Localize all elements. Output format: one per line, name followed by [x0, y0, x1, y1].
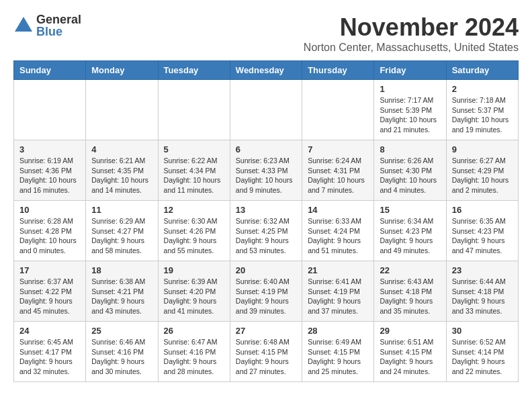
- day-number: 12: [164, 205, 224, 215]
- header: General Blue November 2024 Norton Center…: [13, 13, 519, 54]
- calendar-cell: 2Sunrise: 7:18 AM Sunset: 5:37 PM Daylig…: [446, 80, 518, 140]
- day-number: 4: [91, 144, 152, 154]
- day-number: 13: [236, 205, 296, 215]
- weekday-header-cell: Thursday: [302, 61, 374, 80]
- day-info: Sunrise: 6:41 AM Sunset: 4:19 PM Dayligh…: [308, 277, 368, 316]
- day-info: Sunrise: 6:38 AM Sunset: 4:21 PM Dayligh…: [91, 277, 152, 316]
- weekday-header-row: SundayMondayTuesdayWednesdayThursdayFrid…: [14, 61, 519, 80]
- calendar-cell: 11Sunrise: 6:29 AM Sunset: 4:27 PM Dayli…: [86, 201, 158, 261]
- calendar-cell: 15Sunrise: 6:34 AM Sunset: 4:23 PM Dayli…: [374, 201, 446, 261]
- calendar-cell: 23Sunrise: 6:44 AM Sunset: 4:18 PM Dayli…: [446, 261, 518, 322]
- calendar-body: 1Sunrise: 7:17 AM Sunset: 5:39 PM Daylig…: [14, 80, 519, 382]
- day-number: 21: [308, 265, 368, 275]
- logo-text: General Blue: [36, 13, 81, 38]
- calendar-cell: [158, 80, 230, 140]
- calendar-cell: 21Sunrise: 6:41 AM Sunset: 4:19 PM Dayli…: [302, 261, 374, 322]
- calendar-cell: 6Sunrise: 6:23 AM Sunset: 4:33 PM Daylig…: [230, 140, 302, 201]
- calendar-cell: 30Sunrise: 6:52 AM Sunset: 4:14 PM Dayli…: [446, 322, 518, 382]
- day-info: Sunrise: 6:23 AM Sunset: 4:33 PM Dayligh…: [236, 156, 296, 195]
- calendar-cell: 18Sunrise: 6:38 AM Sunset: 4:21 PM Dayli…: [86, 261, 158, 322]
- day-info: Sunrise: 6:44 AM Sunset: 4:18 PM Dayligh…: [452, 277, 513, 316]
- day-number: 23: [452, 265, 513, 275]
- day-info: Sunrise: 6:32 AM Sunset: 4:25 PM Dayligh…: [236, 216, 296, 256]
- svg-marker-0: [15, 17, 32, 32]
- calendar-cell: [230, 80, 302, 140]
- day-info: Sunrise: 7:18 AM Sunset: 5:37 PM Dayligh…: [452, 95, 513, 135]
- logo: General Blue: [13, 13, 81, 38]
- calendar-cell: 27Sunrise: 6:48 AM Sunset: 4:15 PM Dayli…: [230, 322, 302, 382]
- day-number: 7: [308, 144, 368, 154]
- calendar-cell: 29Sunrise: 6:51 AM Sunset: 4:15 PM Dayli…: [374, 322, 446, 382]
- month-title: November 2024: [304, 13, 519, 42]
- calendar-cell: 22Sunrise: 6:43 AM Sunset: 4:18 PM Dayli…: [374, 261, 446, 322]
- day-number: 8: [380, 144, 440, 154]
- calendar-cell: 17Sunrise: 6:37 AM Sunset: 4:22 PM Dayli…: [14, 261, 86, 322]
- day-number: 9: [452, 144, 513, 154]
- weekday-header-cell: Wednesday: [230, 61, 302, 80]
- calendar-cell: 20Sunrise: 6:40 AM Sunset: 4:19 PM Dayli…: [230, 261, 302, 322]
- calendar-cell: 10Sunrise: 6:28 AM Sunset: 4:28 PM Dayli…: [14, 201, 86, 261]
- day-number: 17: [19, 265, 80, 275]
- day-info: Sunrise: 6:30 AM Sunset: 4:26 PM Dayligh…: [164, 216, 224, 256]
- calendar-week-row: 1Sunrise: 7:17 AM Sunset: 5:39 PM Daylig…: [14, 80, 519, 140]
- day-number: 2: [452, 84, 513, 94]
- calendar-cell: [302, 80, 374, 140]
- calendar-week-row: 3Sunrise: 6:19 AM Sunset: 4:36 PM Daylig…: [14, 140, 519, 201]
- day-number: 10: [19, 205, 80, 215]
- day-info: Sunrise: 7:17 AM Sunset: 5:39 PM Dayligh…: [380, 95, 440, 135]
- day-number: 20: [236, 265, 296, 275]
- calendar-cell: 3Sunrise: 6:19 AM Sunset: 4:36 PM Daylig…: [14, 140, 86, 201]
- calendar-week-row: 24Sunrise: 6:45 AM Sunset: 4:17 PM Dayli…: [14, 322, 519, 382]
- day-number: 5: [164, 144, 224, 154]
- day-info: Sunrise: 6:48 AM Sunset: 4:15 PM Dayligh…: [236, 337, 296, 377]
- calendar-cell: [14, 80, 86, 140]
- day-info: Sunrise: 6:21 AM Sunset: 4:35 PM Dayligh…: [91, 156, 152, 195]
- location-title: Norton Center, Massachusetts, United Sta…: [304, 42, 519, 54]
- calendar-cell: 16Sunrise: 6:35 AM Sunset: 4:23 PM Dayli…: [446, 201, 518, 261]
- day-info: Sunrise: 6:24 AM Sunset: 4:31 PM Dayligh…: [308, 156, 368, 195]
- day-number: 16: [452, 205, 513, 215]
- day-number: 1: [380, 84, 440, 94]
- weekday-header-cell: Sunday: [14, 61, 86, 80]
- calendar-cell: 9Sunrise: 6:27 AM Sunset: 4:29 PM Daylig…: [446, 140, 518, 201]
- day-info: Sunrise: 6:47 AM Sunset: 4:16 PM Dayligh…: [164, 337, 224, 377]
- calendar-cell: 8Sunrise: 6:26 AM Sunset: 4:30 PM Daylig…: [374, 140, 446, 201]
- calendar-cell: 12Sunrise: 6:30 AM Sunset: 4:26 PM Dayli…: [158, 201, 230, 261]
- calendar-cell: 5Sunrise: 6:22 AM Sunset: 4:34 PM Daylig…: [158, 140, 230, 201]
- calendar-cell: 14Sunrise: 6:33 AM Sunset: 4:24 PM Dayli…: [302, 201, 374, 261]
- day-number: 22: [380, 265, 440, 275]
- calendar-cell: 13Sunrise: 6:32 AM Sunset: 4:25 PM Dayli…: [230, 201, 302, 261]
- calendar-cell: 24Sunrise: 6:45 AM Sunset: 4:17 PM Dayli…: [14, 322, 86, 382]
- day-info: Sunrise: 6:29 AM Sunset: 4:27 PM Dayligh…: [91, 216, 152, 256]
- day-info: Sunrise: 6:43 AM Sunset: 4:18 PM Dayligh…: [380, 277, 440, 316]
- day-number: 29: [380, 326, 440, 336]
- calendar-week-row: 10Sunrise: 6:28 AM Sunset: 4:28 PM Dayli…: [14, 201, 519, 261]
- day-info: Sunrise: 6:52 AM Sunset: 4:14 PM Dayligh…: [452, 337, 513, 377]
- day-info: Sunrise: 6:39 AM Sunset: 4:20 PM Dayligh…: [164, 277, 224, 316]
- day-info: Sunrise: 6:40 AM Sunset: 4:19 PM Dayligh…: [236, 277, 296, 316]
- day-info: Sunrise: 6:35 AM Sunset: 4:23 PM Dayligh…: [452, 216, 513, 256]
- logo-icon: [13, 15, 34, 36]
- day-info: Sunrise: 6:27 AM Sunset: 4:29 PM Dayligh…: [452, 156, 513, 195]
- day-info: Sunrise: 6:51 AM Sunset: 4:15 PM Dayligh…: [380, 337, 440, 377]
- day-number: 30: [452, 326, 513, 336]
- day-info: Sunrise: 6:22 AM Sunset: 4:34 PM Dayligh…: [164, 156, 224, 195]
- day-info: Sunrise: 6:49 AM Sunset: 4:15 PM Dayligh…: [308, 337, 368, 377]
- calendar-week-row: 17Sunrise: 6:37 AM Sunset: 4:22 PM Dayli…: [14, 261, 519, 322]
- day-info: Sunrise: 6:28 AM Sunset: 4:28 PM Dayligh…: [19, 216, 80, 256]
- weekday-header-cell: Saturday: [446, 61, 518, 80]
- logo-general-text: General: [36, 13, 81, 26]
- day-info: Sunrise: 6:33 AM Sunset: 4:24 PM Dayligh…: [308, 216, 368, 256]
- weekday-header-cell: Tuesday: [158, 61, 230, 80]
- calendar-cell: [86, 80, 158, 140]
- weekday-header-cell: Friday: [374, 61, 446, 80]
- calendar-cell: 25Sunrise: 6:46 AM Sunset: 4:16 PM Dayli…: [86, 322, 158, 382]
- day-number: 24: [19, 326, 80, 336]
- day-number: 3: [19, 144, 80, 154]
- day-number: 28: [308, 326, 368, 336]
- logo-blue-text: Blue: [36, 26, 81, 38]
- day-number: 18: [91, 265, 152, 275]
- day-number: 25: [91, 326, 152, 336]
- calendar-cell: 28Sunrise: 6:49 AM Sunset: 4:15 PM Dayli…: [302, 322, 374, 382]
- weekday-header-cell: Monday: [86, 61, 158, 80]
